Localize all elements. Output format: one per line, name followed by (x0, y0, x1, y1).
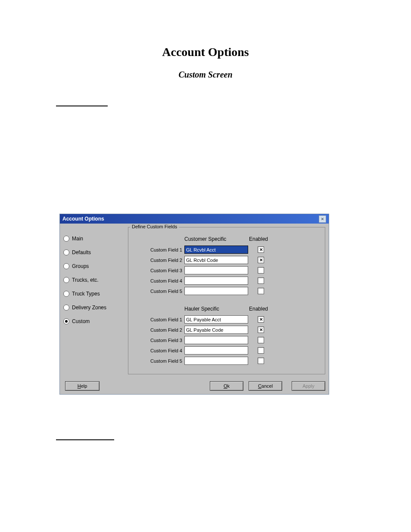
radio-label: Custom (72, 318, 90, 324)
apply-button[interactable]: Apply (292, 381, 325, 391)
field-label: Custom Field 1 (133, 317, 184, 322)
hauler-field-4-input[interactable] (184, 346, 248, 355)
radio-main[interactable]: Main (63, 236, 128, 242)
document-title: Account Options (0, 45, 411, 59)
titlebar: Account Options × (60, 214, 329, 224)
hauler-field-2-input[interactable] (184, 326, 248, 334)
customer-field-row-4: Custom Field 4 (133, 277, 321, 285)
ok-button[interactable]: Ok (210, 381, 243, 391)
customer-field-4-enabled-checkbox[interactable] (258, 277, 264, 284)
hauler-field-row-4: Custom Field 4 (133, 346, 321, 355)
radio-icon (63, 263, 69, 269)
sidebar-nav: Main Defaults Groups Trucks, etc. Truck … (63, 227, 128, 374)
dialog-title: Account Options (62, 216, 104, 222)
document-subtitle: Custom Screen (0, 70, 411, 80)
customer-field-1-enabled-checkbox[interactable] (258, 246, 264, 253)
customer-field-4-input[interactable] (184, 277, 248, 285)
customer-field-row-3: Custom Field 3 (133, 266, 321, 274)
radio-custom[interactable]: Custom (63, 318, 128, 324)
radio-label: Delivery Zones (72, 305, 106, 311)
field-label: Custom Field 2 (133, 327, 184, 333)
field-label: Custom Field 5 (133, 358, 184, 364)
hauler-field-3-enabled-checkbox[interactable] (258, 337, 264, 343)
hauler-field-4-enabled-checkbox[interactable] (258, 347, 264, 354)
hauler-field-row-1: Custom Field 1 (133, 315, 321, 324)
hauler-field-row-2: Custom Field 2 (133, 326, 321, 334)
customer-field-3-input[interactable] (184, 266, 248, 274)
customer-field-1-input[interactable] (184, 246, 248, 254)
radio-label: Main (72, 236, 83, 242)
hauler-field-1-input[interactable] (184, 315, 248, 324)
hauler-field-3-input[interactable] (184, 336, 248, 344)
radio-icon (63, 305, 69, 311)
radio-icon (63, 236, 69, 242)
hauler-field-2-enabled-checkbox[interactable] (258, 327, 264, 333)
hauler-field-5-input[interactable] (184, 357, 248, 365)
customer-field-row-2: Custom Field 2 (133, 256, 321, 264)
radio-icon (63, 318, 69, 324)
radio-icon (63, 291, 69, 297)
customer-field-2-enabled-checkbox[interactable] (258, 257, 264, 263)
customer-field-row-1: Custom Field 1 (133, 246, 321, 254)
customer-field-5-enabled-checkbox[interactable] (258, 288, 264, 294)
define-custom-fields-fieldset: Define Custom Fields Customer Specific E… (128, 227, 325, 374)
customer-field-5-input[interactable] (184, 287, 248, 295)
hauler-field-row-5: Custom Field 5 (133, 357, 321, 365)
enabled-header: Enabled (249, 236, 275, 242)
field-label: Custom Field 5 (133, 289, 184, 294)
fieldset-legend: Define Custom Fields (130, 224, 179, 229)
close-icon[interactable]: × (319, 215, 326, 223)
radio-trucks[interactable]: Trucks, etc. (63, 277, 128, 283)
field-label: Custom Field 2 (133, 258, 184, 263)
hauler-field-1-enabled-checkbox[interactable] (258, 316, 264, 323)
hauler-field-5-enabled-checkbox[interactable] (258, 358, 264, 364)
customer-field-3-enabled-checkbox[interactable] (258, 267, 264, 274)
button-bar: Help Ok Cancel Apply (60, 378, 329, 394)
divider (56, 439, 114, 440)
radio-label: Truck Types (72, 291, 100, 297)
customer-field-2-input[interactable] (184, 256, 248, 264)
field-label: Custom Field 3 (133, 338, 184, 343)
radio-label: Trucks, etc. (72, 277, 99, 283)
hauler-specific-header: Hauler Specific (184, 306, 249, 312)
field-label: Custom Field 4 (133, 348, 184, 353)
radio-truck-types[interactable]: Truck Types (63, 291, 128, 297)
radio-delivery-zones[interactable]: Delivery Zones (63, 305, 128, 311)
radio-label: Defaults (72, 249, 91, 255)
customer-field-row-5: Custom Field 5 (133, 287, 321, 295)
divider (56, 106, 108, 106)
field-label: Custom Field 3 (133, 268, 184, 273)
field-label: Custom Field 1 (133, 247, 184, 252)
account-options-dialog: Account Options × Main Defaults Groups (59, 214, 329, 395)
radio-label: Groups (72, 263, 89, 269)
radio-icon (63, 249, 69, 255)
customer-specific-header: Customer Specific (184, 236, 249, 242)
field-label: Custom Field 4 (133, 278, 184, 283)
enabled-header: Enabled (249, 306, 275, 312)
hauler-field-row-3: Custom Field 3 (133, 336, 321, 344)
help-button[interactable]: Help (65, 381, 100, 391)
radio-groups[interactable]: Groups (63, 263, 128, 269)
radio-defaults[interactable]: Defaults (63, 249, 128, 255)
cancel-button[interactable]: Cancel (249, 381, 282, 391)
radio-icon (63, 277, 69, 283)
